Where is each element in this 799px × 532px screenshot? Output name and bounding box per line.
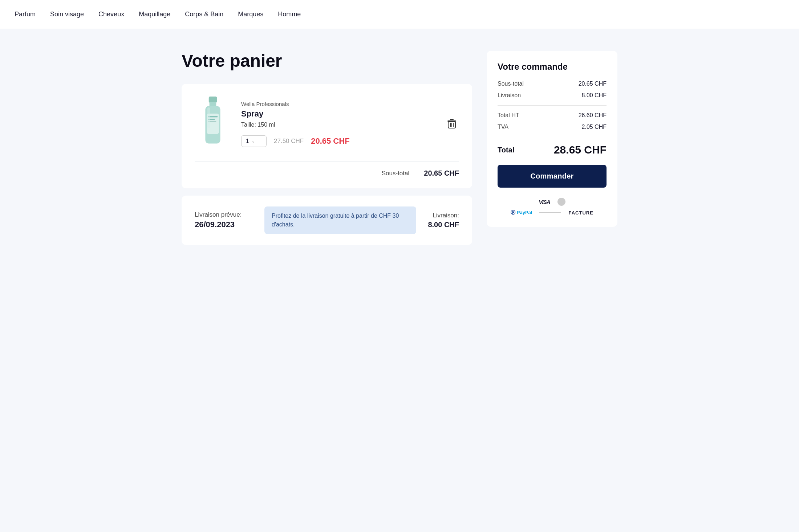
order-line-label-1: Livraison bbox=[498, 92, 521, 99]
svg-rect-7 bbox=[207, 107, 210, 128]
order-line-label-2: Total HT bbox=[498, 112, 519, 119]
product-info: Wella Professionals Spray Taille: 150 ml… bbox=[241, 101, 434, 147]
paypal-p-icon: Ⓟ bbox=[511, 210, 515, 215]
order-summary-column: Votre commande Sous-total 20.65 CHF Livr… bbox=[487, 51, 617, 227]
nav-item-parfum[interactable]: Parfum bbox=[15, 11, 36, 18]
facture-payment-icon: FACTURE bbox=[568, 210, 593, 216]
visa-payment-icon: VISA bbox=[539, 199, 550, 205]
order-line-0: Sous-total 20.65 CHF bbox=[498, 81, 607, 87]
subtotal-label: Sous-total bbox=[382, 170, 410, 177]
product-image bbox=[195, 95, 231, 153]
nav-item-homme[interactable]: Homme bbox=[278, 11, 301, 18]
order-line-value-0: 20.65 CHF bbox=[579, 81, 607, 87]
delivery-date: 26/09.2023 bbox=[195, 220, 253, 229]
payment-separator bbox=[539, 212, 561, 213]
delete-button[interactable] bbox=[445, 116, 459, 131]
page-title: Votre panier bbox=[182, 51, 472, 71]
delivery-promo-banner: Profitez de la livraison gratuite à part… bbox=[264, 206, 416, 234]
quantity-selector[interactable]: 1 ⌄ bbox=[241, 135, 267, 147]
product-name: Spray bbox=[241, 109, 434, 119]
order-line-label-0: Sous-total bbox=[498, 81, 524, 87]
order-line-value-2: 26.60 CHF bbox=[579, 112, 607, 119]
divider-total bbox=[498, 137, 607, 137]
subtotal-value: 20.65 CHF bbox=[424, 169, 459, 177]
payment-dot-icon bbox=[557, 198, 565, 206]
price-original: 27.50 CHF bbox=[274, 138, 304, 145]
product-brand: Wella Professionals bbox=[241, 101, 434, 107]
price-sale: 20.65 CHF bbox=[311, 136, 349, 146]
svg-rect-0 bbox=[209, 97, 217, 103]
trash-icon bbox=[447, 119, 457, 129]
payment-icons-row2: Ⓟ PayPal FACTURE bbox=[498, 209, 607, 216]
delivery-cost-box: Livraison: 8.00 CHF bbox=[428, 212, 459, 229]
nav-item-soin-visage[interactable]: Soin visage bbox=[50, 11, 84, 18]
chevron-down-icon: ⌄ bbox=[251, 139, 255, 144]
cart-left-column: Votre panier bbox=[182, 51, 472, 245]
quantity-row: 1 ⌄ 27.50 CHF 20.65 CHF bbox=[241, 135, 434, 147]
navigation-header: ParfumSoin visageCheveuxMaquillageCorps … bbox=[0, 0, 799, 29]
cart-card: Wella Professionals Spray Taille: 150 ml… bbox=[182, 84, 472, 188]
delivery-date-box: Livraison prévue: 26/09.2023 bbox=[195, 211, 253, 229]
order-line-value-1: 8.00 CHF bbox=[582, 92, 607, 99]
delivery-prevue-label: Livraison prévue: bbox=[195, 211, 253, 218]
nav-item-corps-bain[interactable]: Corps & Bain bbox=[185, 11, 223, 18]
order-line-3: TVA 2.05 CHF bbox=[498, 124, 607, 130]
order-divider-mid bbox=[498, 105, 607, 106]
delivery-section: Livraison prévue: 26/09.2023 Profitez de… bbox=[182, 196, 472, 245]
payment-icons-row1: VISA bbox=[498, 198, 607, 206]
total-line: Total 28.65 CHF bbox=[498, 144, 607, 156]
livraison-value: 8.00 CHF bbox=[428, 221, 459, 229]
order-line-2: Total HT 26.60 CHF bbox=[498, 112, 607, 119]
order-line-value-3: 2.05 CHF bbox=[582, 124, 607, 130]
nav-item-cheveux[interactable]: Cheveux bbox=[98, 11, 124, 18]
cart-subtotal-row: Sous-total 20.65 CHF bbox=[195, 162, 459, 177]
order-line-label-3: TVA bbox=[498, 124, 508, 130]
order-title: Votre commande bbox=[498, 62, 607, 72]
main-nav: ParfumSoin visageCheveuxMaquillageCorps … bbox=[15, 11, 301, 18]
livraison-label: Livraison: bbox=[433, 212, 459, 219]
quantity-value: 1 bbox=[246, 138, 249, 144]
order-card: Votre commande Sous-total 20.65 CHF Livr… bbox=[487, 51, 617, 227]
order-line-1: Livraison 8.00 CHF bbox=[498, 92, 607, 99]
paypal-payment-icon: Ⓟ PayPal bbox=[511, 209, 532, 216]
paypal-label: PayPal bbox=[517, 210, 532, 215]
svg-rect-1 bbox=[210, 102, 216, 107]
nav-item-marques[interactable]: Marques bbox=[238, 11, 263, 18]
bottle-illustration bbox=[198, 97, 227, 151]
page-main: Votre panier bbox=[167, 29, 632, 267]
commander-button[interactable]: Commander bbox=[498, 165, 607, 188]
order-lines: Sous-total 20.65 CHF Livraison 8.00 CHF … bbox=[498, 81, 607, 130]
nav-item-maquillage[interactable]: Maquillage bbox=[139, 11, 170, 18]
product-size: Taille: 150 ml bbox=[241, 122, 434, 128]
product-row: Wella Professionals Spray Taille: 150 ml… bbox=[195, 95, 459, 162]
total-value: 28.65 CHF bbox=[554, 144, 607, 156]
total-label: Total bbox=[498, 146, 514, 154]
svg-rect-9 bbox=[450, 119, 454, 120]
